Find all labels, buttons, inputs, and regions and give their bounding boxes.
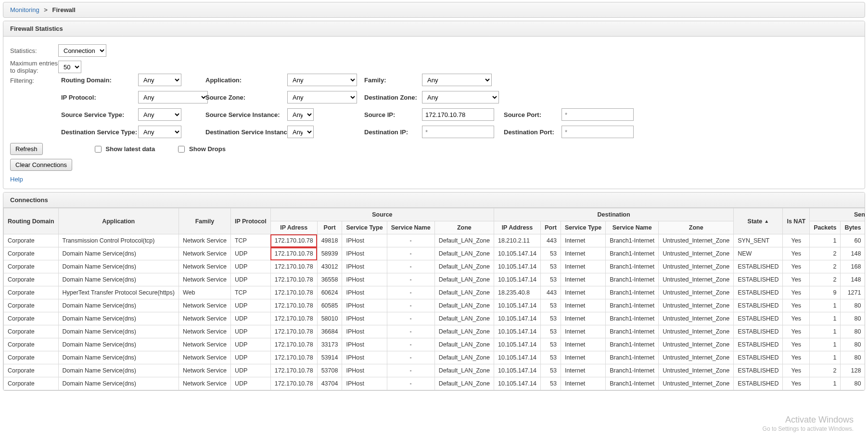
application-select[interactable]: Any [287,74,357,86]
col-src-port[interactable]: Port [317,221,342,234]
cell-proto: UDP [230,260,270,273]
cell-ssname: - [387,273,434,286]
cell-app: Domain Name Service(dns) [58,377,179,390]
cell-dstype: Internet [561,351,605,364]
cell-sport: 49818 [317,234,342,247]
cell-proto: UDP [230,247,270,260]
table-row: CorporateTransmission Control Protocol(t… [4,234,865,247]
col-dst-port[interactable]: Port [540,221,561,234]
table-row: CorporateDomain Name Service(dns)Network… [4,364,865,377]
cell-sstype: IPHost [342,325,387,338]
col-src-zone[interactable]: Zone [434,221,494,234]
col-src-ip[interactable]: IP Adress [270,221,317,234]
statistics-select[interactable]: Connections [58,44,106,57]
cell-fam: Network Service [179,351,230,364]
ip-protocol-select[interactable]: Any [138,91,208,103]
col-ip-protocol[interactable]: IP Protocol [230,208,270,234]
col-dst-ip[interactable]: IP Address [494,221,540,234]
statistics-label: Statistics: [10,47,58,54]
chevron-right-icon: > [44,6,48,13]
cell-nat: Yes [783,325,810,338]
cell-dzone: Untrusted_Internet_Zone [659,234,734,247]
cell-rd: Corporate [4,247,59,260]
cell-proto: UDP [230,338,270,351]
col-s-packets[interactable]: Packets [810,221,841,234]
table-row: CorporateDomain Name Service(dns)Network… [4,325,865,338]
cell-dsname: Branch1-Internet [606,351,659,364]
cell-rd: Corporate [4,364,59,377]
cell-dzone: Untrusted_Internet_Zone [659,312,734,325]
show-latest-data-checkbox[interactable]: Show latest data [93,144,155,154]
cell-dip: 10.105.147.14 [494,377,540,390]
show-drops-checkbox[interactable]: Show Drops [176,144,226,154]
cell-szone: Default_LAN_Zone [434,247,494,260]
cell-sby: 148 [841,273,865,286]
col-src-svc-type[interactable]: Service Type [342,221,387,234]
col-dst-svc-name[interactable]: Service Name [606,221,659,234]
cell-dzone: Untrusted_Internet_Zone [659,338,734,351]
col-dst-svc-type[interactable]: Service Type [561,221,605,234]
destination-ip-input[interactable] [422,126,494,138]
cell-szone: Default_LAN_Zone [434,273,494,286]
cell-sport: 36558 [317,273,342,286]
show-latest-data-input[interactable] [95,146,102,153]
routing-domain-label: Routing Domain: [61,77,133,84]
cell-fam: Network Service [179,247,230,260]
cell-dzone: Untrusted_Internet_Zone [659,247,734,260]
cell-sstype: IPHost [342,234,387,247]
cell-dport: 53 [540,351,561,364]
cell-sip: 172.170.10.78 [270,338,317,351]
source-ip-input[interactable] [422,108,494,121]
refresh-button[interactable]: Refresh [10,143,43,155]
cell-nat: Yes [783,247,810,260]
show-drops-input[interactable] [178,146,185,153]
cell-dsname: Branch1-Internet [606,338,659,351]
cell-ssname: - [387,247,434,260]
col-state[interactable]: State▲ [734,208,783,234]
cell-spk: 1 [810,234,841,247]
family-select[interactable]: Any [422,74,492,86]
show-drops-label: Show Drops [189,145,226,153]
cell-dzone: Untrusted_Internet_Zone [659,325,734,338]
destination-zone-select[interactable]: Any [422,91,499,103]
col-s-bytes[interactable]: Bytes [841,221,865,234]
breadcrumb-root-link[interactable]: Monitoring [10,6,39,13]
col-family[interactable]: Family [179,208,230,234]
cell-sport: 60585 [317,299,342,312]
table-row: CorporateDomain Name Service(dns)Network… [4,247,865,260]
max-entries-select[interactable]: 50 [58,61,81,73]
cell-rd: Corporate [4,299,59,312]
cell-dip: 10.105.147.14 [494,312,540,325]
cell-szone: Default_LAN_Zone [434,351,494,364]
col-src-svc-name[interactable]: Service Name [387,221,434,234]
cell-app: Domain Name Service(dns) [58,247,179,260]
col-dst-zone[interactable]: Zone [659,221,734,234]
cell-app: Domain Name Service(dns) [58,299,179,312]
source-zone-select[interactable]: Any [287,91,357,103]
source-service-instance-select[interactable]: Any [287,108,314,121]
source-port-input[interactable] [562,108,634,121]
destination-port-input[interactable] [562,126,634,138]
destination-service-instance-select[interactable]: Any [287,126,314,138]
cell-state: ESTABLISHED [734,325,783,338]
cell-sport: 53708 [317,364,342,377]
clear-connections-button[interactable]: Clear Connections [10,159,72,171]
cell-proto: UDP [230,364,270,377]
col-routing-domain[interactable]: Routing Domain [4,208,59,234]
connections-table: Routing Domain Application Family IP Pro… [3,208,865,390]
routing-domain-select[interactable]: Any [138,74,181,86]
col-application[interactable]: Application [58,208,179,234]
cell-dstype: Internet [561,260,605,273]
col-is-nat[interactable]: Is NAT [783,208,810,234]
cell-proto: UDP [230,299,270,312]
destination-service-type-select[interactable]: Any [138,126,181,138]
cell-ssname: - [387,234,434,247]
cell-dsname: Branch1-Internet [606,325,659,338]
firewall-statistics-panel: Firewall Statistics Statistics: Connecti… [3,21,865,189]
source-service-type-select[interactable]: Any [138,108,181,121]
cell-state: ESTABLISHED [734,260,783,273]
source-ip-label: Source IP: [364,111,417,118]
help-link[interactable]: Help [10,176,23,183]
cell-state: ESTABLISHED [734,286,783,299]
col-group-source: Source [270,208,494,221]
